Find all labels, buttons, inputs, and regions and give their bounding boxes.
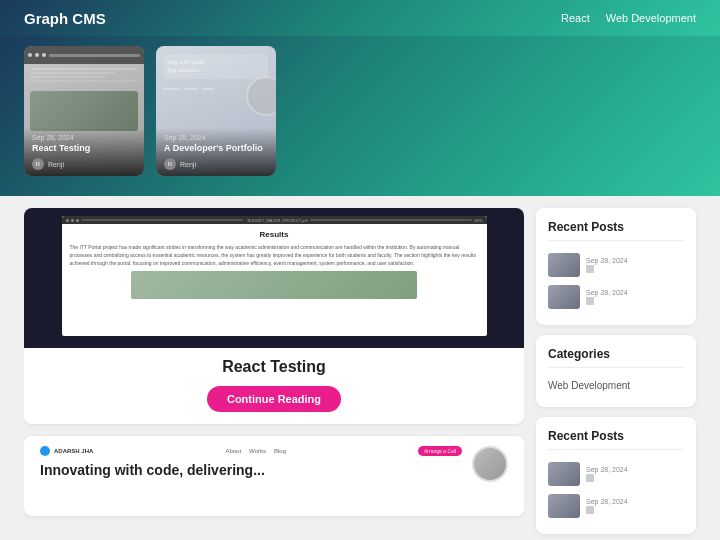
recent-post-info-3: Sep 28, 2024 bbox=[586, 466, 684, 482]
recent-posts-card-1: Recent Posts Sep 28, 2024 Sep 28, 2024 bbox=[536, 208, 696, 325]
portfolio-logo-text: ADARSH JHA bbox=[54, 448, 93, 454]
left-column: BUDGET_MAJOR_PROJECT.pdf 86% Results The… bbox=[24, 208, 524, 528]
hero-card-react-testing[interactable]: Sep 28, 2024 React Testing R Renji bbox=[24, 46, 144, 176]
article-2-inner: ADARSH JHA About Works Blog Arrange a Ca… bbox=[24, 436, 524, 492]
recent-post-icon-1 bbox=[586, 265, 594, 273]
card2-date: Sep 28, 2024 bbox=[164, 134, 268, 141]
main-content: BUDGET_MAJOR_PROJECT.pdf 86% Results The… bbox=[0, 196, 720, 540]
card2-author: Renji bbox=[180, 161, 196, 168]
recent-post-item-1: Sep 28, 2024 bbox=[548, 249, 684, 281]
portfolio-avatar-circle bbox=[472, 446, 508, 482]
recent-post-icon-4 bbox=[586, 506, 594, 514]
recent-posts-title-1: Recent Posts bbox=[548, 220, 684, 241]
header: Graph CMS React Web Development bbox=[0, 0, 720, 36]
recent-post-info-4: Sep 28, 2024 bbox=[586, 498, 684, 514]
categories-title: Categories bbox=[548, 347, 684, 368]
card1-title: React Testing bbox=[32, 143, 136, 154]
recent-post-info-1: Sep 28, 2024 bbox=[586, 257, 684, 273]
hero-section: Sep 28, 2024 React Testing R Renji ting … bbox=[0, 36, 720, 196]
article-2-content: ADARSH JHA About Works Blog Arrange a Ca… bbox=[40, 446, 462, 479]
nav-react[interactable]: React bbox=[561, 12, 590, 24]
continue-reading-button[interactable]: Continue Reading bbox=[207, 386, 341, 412]
doc-image bbox=[131, 271, 417, 299]
recent-post-item-4: Sep 28, 2024 bbox=[548, 490, 684, 522]
category-web-development[interactable]: Web Development bbox=[548, 376, 684, 395]
recent-post-date-4: Sep 28, 2024 bbox=[586, 498, 684, 505]
article-body: React Testing Continue Reading bbox=[24, 348, 524, 424]
doc-preview: BUDGET_MAJOR_PROJECT.pdf 86% Results The… bbox=[62, 216, 487, 336]
recent-post-date-2: Sep 28, 2024 bbox=[586, 289, 684, 296]
recent-post-item-2: Sep 28, 2024 bbox=[548, 281, 684, 313]
doc-title: Results bbox=[70, 230, 479, 239]
recent-post-thumb-3 bbox=[548, 462, 580, 486]
hero-card-portfolio[interactable]: ting with code,ing success Sep 28, 2024 … bbox=[156, 46, 276, 176]
article-card-react-testing: BUDGET_MAJOR_PROJECT.pdf 86% Results The… bbox=[24, 208, 524, 424]
nav-blog[interactable]: Blog bbox=[274, 448, 286, 454]
recent-post-date-3: Sep 28, 2024 bbox=[586, 466, 684, 473]
site-title: Graph CMS bbox=[24, 10, 106, 27]
doc-body: The ITT Portal project has made signific… bbox=[70, 243, 479, 267]
card2-preview-text: ting with code,ing success bbox=[164, 54, 268, 79]
card1-date: Sep 28, 2024 bbox=[32, 134, 136, 141]
article-preview: BUDGET_MAJOR_PROJECT.pdf 86% Results The… bbox=[24, 208, 524, 348]
card2-title: A Developer's Portfolio bbox=[164, 143, 268, 154]
recent-posts-card-2: Recent Posts Sep 28, 2024 Sep 28, 2024 bbox=[536, 417, 696, 534]
recent-posts-title-2: Recent Posts bbox=[548, 429, 684, 450]
recent-post-info-2: Sep 28, 2024 bbox=[586, 289, 684, 305]
card1-avatar: R bbox=[32, 158, 44, 170]
right-sidebar: Recent Posts Sep 28, 2024 Sep 28, 2024 bbox=[536, 208, 696, 528]
nav-about[interactable]: About bbox=[225, 448, 241, 454]
recent-post-thumb-4 bbox=[548, 494, 580, 518]
article-card-portfolio: ADARSH JHA About Works Blog Arrange a Ca… bbox=[24, 436, 524, 516]
nav-works[interactable]: Works bbox=[249, 448, 266, 454]
article-title: React Testing bbox=[40, 358, 508, 376]
card1-author: Renji bbox=[48, 161, 64, 168]
arrange-call-button[interactable]: Arrange a Call bbox=[418, 446, 462, 456]
recent-post-date-1: Sep 28, 2024 bbox=[586, 257, 684, 264]
portfolio-nav-links: About Works Blog bbox=[225, 448, 286, 454]
recent-post-icon-2 bbox=[586, 297, 594, 305]
recent-post-item-3: Sep 28, 2024 bbox=[548, 458, 684, 490]
nav-web-development[interactable]: Web Development bbox=[606, 12, 696, 24]
recent-post-thumb-1 bbox=[548, 253, 580, 277]
article-2-title: Innovating with code, delivering... bbox=[40, 462, 462, 479]
recent-post-thumb-2 bbox=[548, 285, 580, 309]
article-2-nav: ADARSH JHA About Works Blog Arrange a Ca… bbox=[40, 446, 462, 456]
recent-post-icon-3 bbox=[586, 474, 594, 482]
card2-avatar: R bbox=[164, 158, 176, 170]
portfolio-logo-circle bbox=[40, 446, 50, 456]
categories-card: Categories Web Development bbox=[536, 335, 696, 407]
header-nav: React Web Development bbox=[561, 12, 696, 24]
